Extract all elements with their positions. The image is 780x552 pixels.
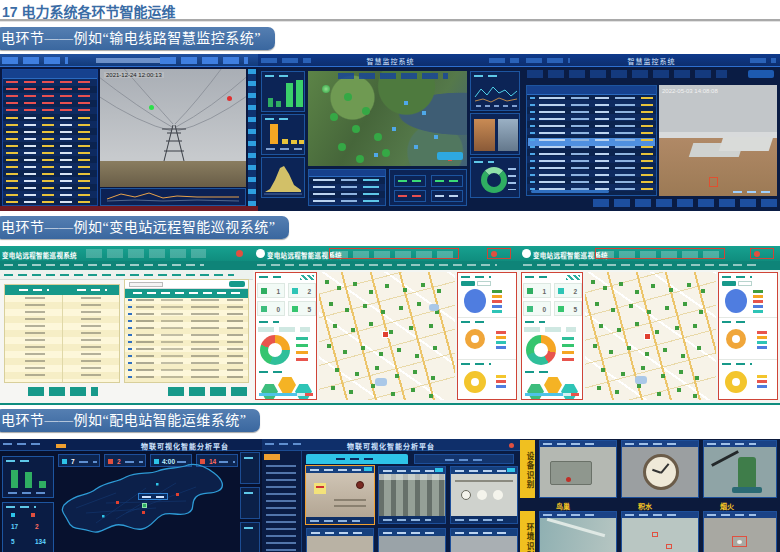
hexagon-green [261,384,278,399]
stat-value: 1 [542,288,546,295]
device-stat: 134 [35,538,46,545]
camera-photo-gauges [451,474,517,516]
progress-fill [259,393,297,396]
text-column [615,97,635,193]
text-column [595,97,609,193]
nav-dash [523,264,759,266]
text-column [539,97,565,193]
donut-legend [296,337,308,340]
nav-strip [0,261,253,270]
text-column [78,81,90,115]
column-divider [62,295,63,382]
stat-icon [558,306,564,312]
col-header-dash [77,289,107,291]
line-camera-view: 2021-12-24 12:00:13 [100,69,246,187]
stat-icon [292,306,298,312]
titlebar [0,54,258,67]
stat-icon [527,306,533,312]
text-column [363,179,379,205]
screenshot-substation-dashboard-2: 变电站远程智能巡视系统 1 2 0 [519,246,780,405]
knob [356,481,364,489]
photo-roof-corridor [540,518,616,552]
bar [39,481,46,488]
stat-cell [394,190,426,202]
stat-icon [292,288,298,294]
alarm-table [526,85,657,196]
text-column [161,299,183,381]
hose [711,450,739,467]
panel-title-dash [265,118,289,120]
tab-inactive [477,281,491,286]
yellow-donut-chart [725,371,747,393]
stat-card: 0 [257,301,285,316]
device-recognition-label: 设备识别 [520,440,535,498]
site-camera-view: 2022-05-03 14:08:08 [659,85,777,196]
recognition-card [621,511,699,552]
donut-panel [470,157,520,198]
camera-thumbs-panel [470,113,520,155]
bar [282,139,288,144]
recognition-card [703,511,777,552]
green-marker-dot [149,105,154,110]
camera-controls-dash [733,191,773,193]
donut-legend [496,375,506,378]
platform-title: 物联可视化智能分析平台 [326,441,456,451]
stat-value: 0 [276,306,280,313]
tab-inactive [738,281,752,286]
stat-value: 5 [307,306,311,313]
text-column [641,97,653,193]
photo-walkway [622,518,698,552]
hexagon-orange [278,377,296,393]
tab-chips [258,327,310,332]
donut-hole [534,343,548,357]
field-ground [100,161,246,187]
side-toolbar [248,69,256,206]
water-patch [635,376,647,384]
camera-footer [451,516,517,523]
table-header [5,285,119,295]
camera-timestamp: 2021-12-24 12:00:13 [104,72,164,78]
road-map [585,272,716,400]
sparkline [101,189,245,205]
query-button [229,281,245,287]
section-banner-distribution: 电环节——例如“配电站智能运维系统” [0,409,260,432]
divider [458,359,516,360]
bar [268,98,273,107]
tree-items-dash [266,465,296,552]
province-map [56,453,238,552]
screenshot-line-monitor: 2021-12-24 12:00:13 [0,54,258,211]
bar-orange [270,124,278,144]
header-rule [0,19,780,22]
bar [286,83,293,107]
device-stats-panel: 17 2 5 134 [2,502,54,552]
hexagon-green [527,384,544,399]
panel-title-dash [722,363,752,365]
camera-caption [451,529,517,536]
right-mini-panel [240,487,260,519]
photo-green-device [704,447,776,497]
text-column [571,97,589,193]
table-header [125,289,248,298]
text-column [191,299,219,381]
photo-ground [704,518,776,552]
cam-chip [507,468,515,472]
camera-caption [451,467,517,474]
camera-thumb [498,119,518,151]
right-data-table [124,279,249,383]
app-header: 变电站远程智能巡视系统 [0,246,253,261]
text-column [60,117,72,203]
device-base [732,487,762,493]
stat-value: 5 [573,306,577,313]
stat-cell [431,175,463,187]
tab-active [461,281,475,286]
hexagon-teal [295,384,312,399]
photo-clock-gauge [622,447,698,497]
status-chips [261,58,311,63]
section-banner-transmission: 电环节——例如“输电线路智慧监控系统” [0,27,275,50]
camera-caption [379,467,445,474]
logo-dash [265,443,301,445]
h-scrollbar [531,190,609,193]
app-header: 变电站远程智能巡视系统 [253,246,519,261]
screenshot-smart-monitor-map: 智慧监控系统 [258,54,523,211]
divider [458,317,516,318]
